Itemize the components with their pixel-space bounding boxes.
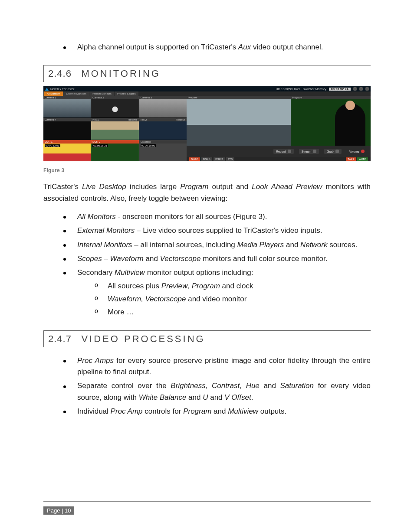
- text: and: [260, 382, 280, 390]
- monitor-camera3[interactable]: Camera 3: [139, 96, 187, 117]
- section-heading-video-processing: 2.4.7 VIDEO PROCESSING: [43, 330, 371, 347]
- monitoring-bullet-list: All Monitors - onscreen monitors for all…: [43, 211, 371, 318]
- text: .: [251, 393, 253, 401]
- grab-button[interactable]: Grab: [324, 149, 342, 154]
- monitoring-paragraph: TriCaster's Live Desktop includes large …: [43, 181, 371, 204]
- list-item: Internal Monitors – all internal sources…: [43, 239, 371, 251]
- switcher-take[interactable]: TAKE: [346, 157, 356, 161]
- switcher-auto[interactable]: AUTO: [357, 157, 368, 161]
- text: and: [211, 407, 228, 415]
- text: and clock: [220, 282, 253, 290]
- switcher-ftb[interactable]: FTB: [226, 157, 234, 161]
- monitor-tabs: All Monitors External Monitors Internal …: [43, 91, 371, 96]
- timecode: 00.00.12.01: [45, 144, 60, 147]
- monitor-label: Camera 2: [92, 96, 104, 99]
- text-italic: Program: [192, 282, 220, 290]
- multiview-sublist: All sources plus Preview, Program and cl…: [77, 281, 371, 318]
- source-monitor-grid: Camera 1 Camera 2 Camera 3 Camera 4 Net …: [43, 96, 187, 161]
- text: –: [102, 255, 110, 263]
- monitor-label: Net 1: [92, 118, 99, 121]
- text-italic: Internal Monitors: [77, 241, 132, 249]
- record-button[interactable]: Record: [273, 149, 294, 154]
- switcher-dsk2[interactable]: DSK 2: [214, 157, 224, 161]
- text: and video monitor: [186, 295, 246, 303]
- text: – Live video sources supplied to TriCast…: [135, 226, 322, 235]
- gear-icon[interactable]: [353, 87, 357, 91]
- text: for every source preserve pristine image…: [77, 356, 371, 376]
- gear-icon: [335, 150, 339, 153]
- list-item: External Monitors – Live video sources s…: [43, 225, 371, 236]
- switcher-bkgd[interactable]: BKGD: [189, 157, 200, 161]
- intro-bullet-list: Alpha channel output is supported on Tri…: [43, 42, 371, 53]
- monitor-ddr2[interactable]: DDR 200.00.36.21: [91, 140, 138, 162]
- monitor-ddr1[interactable]: DDR 100.00.12.01: [43, 140, 91, 162]
- monitor-net1[interactable]: Net 1Receive: [91, 118, 138, 140]
- stream-button[interactable]: Stream: [299, 149, 319, 154]
- text-italic: Proc Amps: [77, 356, 114, 365]
- tab-internal-monitors[interactable]: Internal Monitors: [89, 91, 114, 96]
- program-label: Program: [291, 96, 371, 99]
- text-italic: Live Desktop: [82, 183, 126, 191]
- monitor-camera4[interactable]: Camera 4: [43, 118, 91, 140]
- intro-bullet: Alpha channel output is supported on Tri…: [43, 42, 371, 53]
- thumb-camera3: [139, 99, 187, 117]
- text: ,: [206, 382, 212, 390]
- text: and: [186, 393, 203, 401]
- monitor-camera2[interactable]: Camera 2: [91, 96, 138, 117]
- app-body: Camera 1 Camera 2 Camera 3 Camera 4 Net …: [43, 96, 371, 161]
- list-item: All sources plus Preview, Program and cl…: [77, 281, 371, 292]
- text: includes large: [126, 183, 180, 191]
- thumb-net1: [91, 121, 138, 140]
- list-item: Scopes – Waveform and Vectorscope monito…: [43, 253, 371, 264]
- record-led-icon: [361, 150, 365, 153]
- tab-preview-scopes[interactable]: Preview Scopes: [115, 91, 138, 96]
- monitor-extra: Receive: [128, 118, 138, 121]
- thumb-net2: [139, 121, 187, 140]
- section-title: MONITORING: [81, 68, 161, 79]
- text-italic: Saturation: [280, 382, 314, 390]
- text: and: [284, 241, 300, 249]
- footer-rule: [43, 501, 371, 502]
- text: More …: [108, 308, 134, 316]
- clock-readout: 08.23.52.24: [329, 88, 351, 91]
- text: TriCaster's: [43, 183, 82, 191]
- text: monitors and full color source monitor.: [200, 255, 327, 263]
- text: ,: [240, 382, 246, 390]
- tricaster-live-desktop-screenshot: NewTek TriCaster HD 1080/60i 16x9 Switch…: [43, 86, 371, 161]
- preview-monitor[interactable]: Preview: [187, 96, 291, 146]
- monitor-camera1[interactable]: Camera 1: [43, 96, 91, 117]
- program-monitor[interactable]: Program: [291, 96, 371, 146]
- text-italic: Multiview: [228, 407, 258, 415]
- document-page: Alpha channel output is supported on Tri…: [0, 0, 414, 532]
- monitor-label: Camera 3: [141, 96, 152, 99]
- text: video output channel.: [251, 43, 323, 51]
- text-italic: V Offset: [224, 393, 251, 401]
- program-presenter: [335, 103, 365, 146]
- list-item: Individual Proc Amp controls for Program…: [43, 406, 371, 417]
- monitor-label: DDR 2: [92, 140, 100, 144]
- window-min-icon[interactable]: [359, 87, 363, 91]
- switcher-dsk1[interactable]: DSK 1: [201, 157, 212, 161]
- status-format: HD 1080/60i 16x9: [276, 88, 300, 91]
- text-italic: Brightness: [171, 382, 205, 390]
- text-italic: Proc Amp: [111, 407, 143, 415]
- monitor-label: Net 2: [141, 118, 147, 121]
- preview-label: Preview: [187, 96, 291, 99]
- gear-icon: [313, 150, 316, 153]
- tab-all-monitors[interactable]: All Monitors: [44, 91, 63, 96]
- newtek-logo-icon: [45, 88, 49, 91]
- text-italic: Look Ahead Preview: [252, 183, 322, 191]
- app-title: NewTek TriCaster: [50, 88, 74, 91]
- monitor-label: Camera 1: [45, 96, 56, 99]
- section-title: VIDEO PROCESSING: [81, 333, 205, 344]
- volume-indicator[interactable]: Volume: [347, 149, 367, 154]
- window-close-icon[interactable]: [365, 87, 369, 91]
- monitor-label: Camera 4: [45, 118, 56, 121]
- tab-external-monitors[interactable]: External Monitors: [63, 91, 89, 96]
- monitor-graphics[interactable]: Graphics00.00.19.00: [139, 140, 187, 162]
- thumb-camera2: [91, 99, 138, 117]
- timecode: 00.00.19.00: [141, 144, 156, 147]
- timecode: 00.00.36.21: [92, 144, 108, 147]
- figure-caption: Figure 3: [43, 167, 371, 173]
- monitor-net2[interactable]: Net 2Receive: [139, 118, 187, 140]
